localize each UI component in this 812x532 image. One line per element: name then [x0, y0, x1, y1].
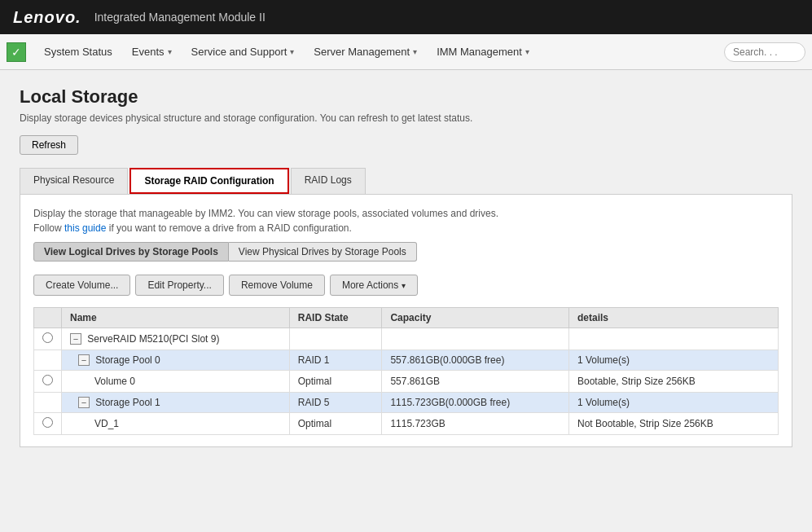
collapse-icon[interactable]: −	[78, 354, 90, 366]
topbar: Lenovo. Integrated Management Module II	[0, 0, 812, 34]
action-button-bar: Create Volume... Edit Property... Remove…	[33, 275, 779, 296]
col-raid-state: RAID State	[289, 308, 382, 328]
controller-name-cell: − ServeRAID M5210(PCI Slot 9)	[62, 328, 290, 350]
view-physical-drives-btn[interactable]: View Physical Drives by Storage Pools	[229, 242, 417, 262]
guide-link[interactable]: this guide	[64, 222, 106, 234]
pool-name-cell: − Storage Pool 1	[62, 393, 290, 413]
nav-imm-management[interactable]: IMM Management ▾	[428, 41, 538, 63]
storage-table: Name RAID State Capacity details − Serve…	[33, 307, 779, 435]
row-radio-cell	[34, 350, 62, 371]
nav-system-status[interactable]: System Status	[36, 41, 121, 63]
nav-server-management[interactable]: Server Management ▾	[305, 41, 425, 63]
row-radio-input[interactable]	[42, 417, 53, 428]
collapse-icon[interactable]: −	[78, 397, 90, 408]
pool-details-cell: 1 Volume(s)	[568, 350, 778, 371]
volume-details-cell: Not Bootable, Strip Size 256KB	[568, 413, 778, 435]
row-radio-cell	[34, 328, 62, 350]
remove-volume-button[interactable]: Remove Volume	[229, 275, 325, 296]
tab-storage-raid[interactable]: Storage RAID Configuration	[129, 168, 288, 194]
collapse-icon[interactable]: −	[70, 333, 81, 345]
view-logical-drives-btn[interactable]: View Logical Drives by Storage Pools	[33, 242, 229, 262]
edit-property-button[interactable]: Edit Property...	[135, 275, 223, 296]
events-dropdown-arrow: ▾	[168, 47, 172, 56]
pool-raid-state-cell: RAID 1	[289, 350, 382, 371]
search-input[interactable]	[724, 42, 805, 62]
volume-raid-state-cell: Optimal	[289, 413, 382, 435]
col-name: Name	[62, 308, 290, 328]
app-title: Integrated Management Module II	[94, 11, 266, 24]
imm-dropdown-arrow: ▾	[525, 47, 529, 56]
tab-physical-resource[interactable]: Physical Resource	[20, 168, 128, 194]
volume-capacity-cell: 1115.723GB	[382, 413, 569, 435]
row-radio-cell	[34, 371, 62, 393]
volume-name-cell: VD_1	[62, 413, 290, 435]
pool-capacity-cell: 557.861GB(0.000GB free)	[382, 350, 569, 371]
table-row: Volume 0 Optimal 557.861GB Bootable, Str…	[34, 371, 779, 393]
nav-events[interactable]: Events ▾	[124, 41, 180, 63]
volume-details-cell: Bootable, Strip Size 256KB	[568, 371, 778, 393]
col-capacity: Capacity	[382, 308, 569, 328]
more-actions-button[interactable]: More Actions ▾	[330, 275, 418, 296]
tab-bar: Physical Resource Storage RAID Configura…	[20, 168, 792, 195]
tab-raid-logs[interactable]: RAID Logs	[291, 168, 366, 194]
service-dropdown-arrow: ▾	[290, 47, 294, 56]
view-toggle-buttons: View Logical Drives by Storage Pools Vie…	[33, 242, 779, 262]
navbar: ✓ System Status Events ▾ Service and Sup…	[0, 34, 812, 70]
volume-capacity-cell: 557.861GB	[382, 371, 569, 393]
col-details: details	[568, 308, 778, 328]
table-row: − Storage Pool 1 RAID 5 1115.723GB(0.000…	[34, 393, 779, 413]
tab-description: Display the storage that manageable by I…	[33, 206, 779, 235]
system-status-icon[interactable]: ✓	[7, 42, 26, 62]
page-description: Display storage devices physical structu…	[20, 112, 792, 124]
create-volume-button[interactable]: Create Volume...	[33, 275, 130, 296]
row-radio-input[interactable]	[42, 332, 53, 343]
table-row: − ServeRAID M5210(PCI Slot 9)	[34, 328, 779, 350]
nav-service-support[interactable]: Service and Support ▾	[183, 41, 303, 63]
tab-content-area: Display the storage that manageable by I…	[20, 195, 792, 447]
pool-capacity-cell: 1115.723GB(0.000GB free)	[382, 393, 569, 413]
server-dropdown-arrow: ▾	[413, 47, 417, 56]
col-radio	[34, 308, 62, 328]
refresh-button[interactable]: Refresh	[20, 135, 78, 155]
volume-name-cell: Volume 0	[62, 371, 290, 393]
pool-name-cell: − Storage Pool 0	[62, 350, 290, 371]
main-content: Local Storage Display storage devices ph…	[0, 70, 812, 532]
lenovo-logo: Lenovo.	[13, 8, 81, 27]
row-radio-cell	[34, 393, 62, 413]
table-row: VD_1 Optimal 1115.723GB Not Bootable, St…	[34, 413, 779, 435]
volume-raid-state-cell: Optimal	[289, 371, 382, 393]
row-radio-cell	[34, 413, 62, 435]
pool-details-cell: 1 Volume(s)	[568, 393, 778, 413]
more-actions-dropdown-arrow: ▾	[402, 281, 406, 290]
table-row: − Storage Pool 0 RAID 1 557.861GB(0.000G…	[34, 350, 779, 371]
pool-raid-state-cell: RAID 5	[289, 393, 382, 413]
row-radio-input[interactable]	[42, 375, 53, 385]
page-title: Local Storage	[20, 86, 792, 108]
